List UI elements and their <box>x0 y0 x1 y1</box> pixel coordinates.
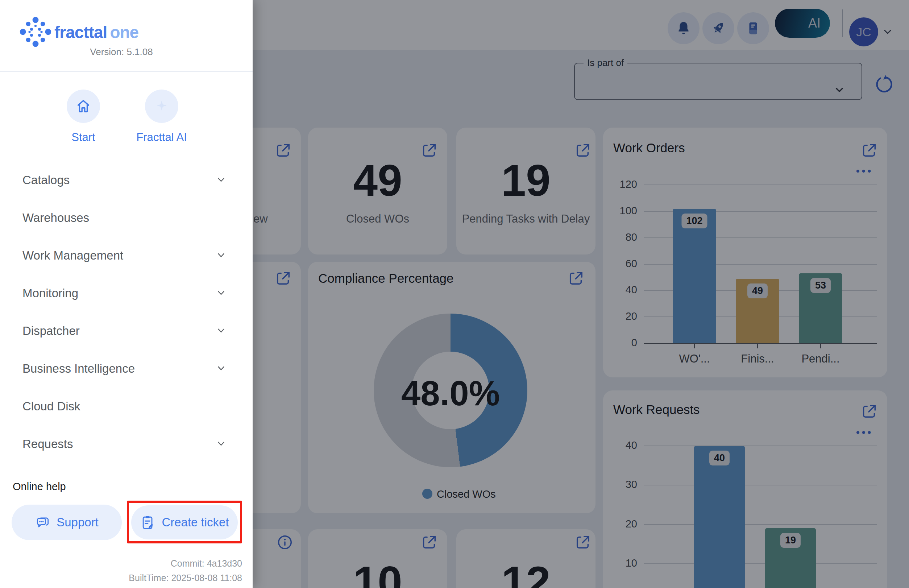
sidebar-item-warehouses[interactable]: Warehouses <box>13 199 239 237</box>
create-ticket-icon <box>140 514 156 530</box>
sidebar-item-dispatcher[interactable]: Dispatcher <box>13 312 239 350</box>
sidebar-item-label: Catalogs <box>13 173 69 187</box>
sidebar-item-work-management[interactable]: Work Management <box>13 237 239 275</box>
sidebar-item-requests[interactable]: Requests <box>13 425 239 463</box>
sidebar-item-label: Dispatcher <box>13 324 80 338</box>
home-icon <box>75 98 92 115</box>
modal-overlay[interactable] <box>253 0 909 588</box>
sidebar-item-cloud-disk[interactable]: Cloud Disk <box>13 388 239 425</box>
create-ticket-button[interactable]: Create ticket <box>131 506 238 540</box>
chevron-down-icon <box>216 287 239 299</box>
app-root: AI JC Is part of ew 49 Closed WOs <box>0 0 909 588</box>
sidebar-item-monitoring[interactable]: Monitoring <box>13 275 239 312</box>
create-ticket-button-label: Create ticket <box>161 515 229 529</box>
sidebar-item-label: Work Management <box>13 249 123 262</box>
sidebar-item-label: Business Intelligence <box>13 362 135 376</box>
sidebar-item-label: Cloud Disk <box>13 399 81 413</box>
sidebar-item-label: Monitoring <box>13 286 78 300</box>
sidebar-shortcut-start[interactable]: Start <box>47 90 119 144</box>
fracttal-logo-icon <box>19 16 52 48</box>
support-button[interactable]: Support <box>11 505 122 540</box>
sidebar-divider <box>0 71 253 72</box>
shortcut-start-label: Start <box>47 131 119 144</box>
sidebar-item-label: Requests <box>13 437 73 451</box>
sidebar-item-catalogs[interactable]: Catalogs <box>13 162 239 199</box>
built-time: BuiltTime: 2025-08-08 11:08 <box>109 573 242 583</box>
chevron-down-icon <box>216 438 239 450</box>
brand-wordmark: fracttalone <box>54 23 139 42</box>
sidebar-shortcut-fracttal-ai[interactable]: Fracttal AI <box>125 90 198 144</box>
support-button-label: Support <box>57 515 98 529</box>
sparkle-icon <box>153 98 170 115</box>
chevron-down-icon <box>216 325 239 337</box>
sidebar-item-business-intelligence[interactable]: Business Intelligence <box>13 350 239 388</box>
commit-hash: Commit: 4a13d30 <box>109 558 242 569</box>
chat-support-icon <box>35 514 51 530</box>
chevron-down-icon <box>216 249 239 262</box>
shortcut-fracttal-ai-label: Fracttal AI <box>125 131 198 144</box>
app-version: Version: 5.1.08 <box>54 47 189 58</box>
sidebar-menu: fracttalone Version: 5.1.08 Start Fractt… <box>0 0 253 588</box>
sidebar-item-label: Warehouses <box>13 211 89 225</box>
online-help-label: Online help <box>13 481 66 493</box>
chevron-down-icon <box>216 362 239 375</box>
chevron-down-icon <box>216 174 239 186</box>
